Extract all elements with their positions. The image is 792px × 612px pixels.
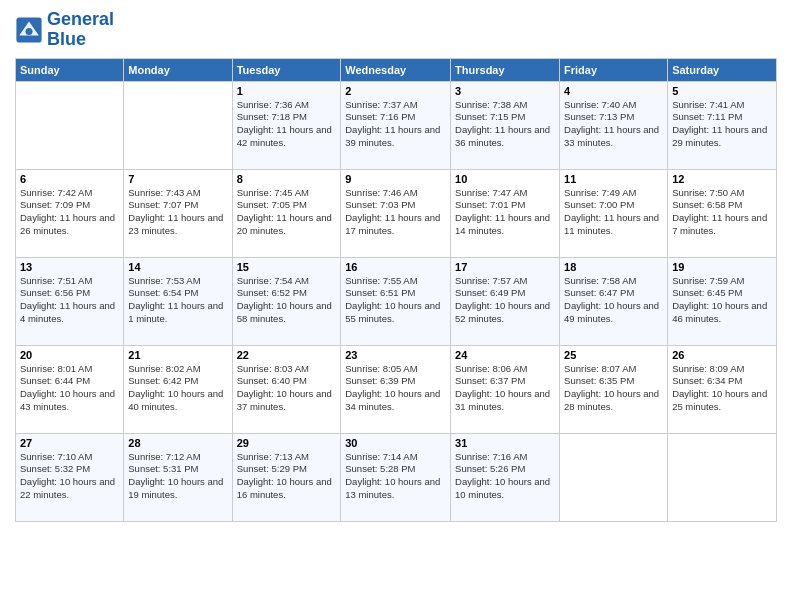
- day-info: Sunrise: 7:12 AM Sunset: 5:31 PM Dayligh…: [128, 451, 227, 502]
- day-info: Sunrise: 7:47 AM Sunset: 7:01 PM Dayligh…: [455, 187, 555, 238]
- calendar-cell: 29Sunrise: 7:13 AM Sunset: 5:29 PM Dayli…: [232, 433, 341, 521]
- day-info: Sunrise: 7:54 AM Sunset: 6:52 PM Dayligh…: [237, 275, 337, 326]
- logo-icon: [15, 16, 43, 44]
- day-info: Sunrise: 7:50 AM Sunset: 6:58 PM Dayligh…: [672, 187, 772, 238]
- day-info: Sunrise: 7:40 AM Sunset: 7:13 PM Dayligh…: [564, 99, 663, 150]
- day-number: 25: [564, 349, 663, 361]
- calendar-page: General Blue SundayMondayTuesdayWednesda…: [0, 0, 792, 612]
- day-info: Sunrise: 7:37 AM Sunset: 7:16 PM Dayligh…: [345, 99, 446, 150]
- day-number: 7: [128, 173, 227, 185]
- day-info: Sunrise: 7:14 AM Sunset: 5:28 PM Dayligh…: [345, 451, 446, 502]
- day-number: 2: [345, 85, 446, 97]
- calendar-cell: 19Sunrise: 7:59 AM Sunset: 6:45 PM Dayli…: [668, 257, 777, 345]
- logo: General Blue: [15, 10, 114, 50]
- calendar-cell: 28Sunrise: 7:12 AM Sunset: 5:31 PM Dayli…: [124, 433, 232, 521]
- day-number: 5: [672, 85, 772, 97]
- day-info: Sunrise: 7:10 AM Sunset: 5:32 PM Dayligh…: [20, 451, 119, 502]
- calendar-cell: 31Sunrise: 7:16 AM Sunset: 5:26 PM Dayli…: [451, 433, 560, 521]
- day-info: Sunrise: 8:07 AM Sunset: 6:35 PM Dayligh…: [564, 363, 663, 414]
- header-cell-friday: Friday: [560, 58, 668, 81]
- logo-text: General Blue: [47, 10, 114, 50]
- calendar-cell: 8Sunrise: 7:45 AM Sunset: 7:05 PM Daylig…: [232, 169, 341, 257]
- day-info: Sunrise: 8:02 AM Sunset: 6:42 PM Dayligh…: [128, 363, 227, 414]
- day-number: 24: [455, 349, 555, 361]
- day-number: 14: [128, 261, 227, 273]
- day-info: Sunrise: 7:38 AM Sunset: 7:15 PM Dayligh…: [455, 99, 555, 150]
- day-info: Sunrise: 7:51 AM Sunset: 6:56 PM Dayligh…: [20, 275, 119, 326]
- calendar-cell: 10Sunrise: 7:47 AM Sunset: 7:01 PM Dayli…: [451, 169, 560, 257]
- calendar-cell: 27Sunrise: 7:10 AM Sunset: 5:32 PM Dayli…: [16, 433, 124, 521]
- day-number: 23: [345, 349, 446, 361]
- day-info: Sunrise: 8:09 AM Sunset: 6:34 PM Dayligh…: [672, 363, 772, 414]
- day-info: Sunrise: 8:03 AM Sunset: 6:40 PM Dayligh…: [237, 363, 337, 414]
- day-number: 6: [20, 173, 119, 185]
- day-number: 22: [237, 349, 337, 361]
- svg-point-2: [26, 28, 33, 35]
- day-info: Sunrise: 7:45 AM Sunset: 7:05 PM Dayligh…: [237, 187, 337, 238]
- day-number: 19: [672, 261, 772, 273]
- day-number: 20: [20, 349, 119, 361]
- day-number: 28: [128, 437, 227, 449]
- calendar-week-4: 20Sunrise: 8:01 AM Sunset: 6:44 PM Dayli…: [16, 345, 777, 433]
- header-row: SundayMondayTuesdayWednesdayThursdayFrid…: [16, 58, 777, 81]
- calendar-cell: [668, 433, 777, 521]
- day-info: Sunrise: 7:41 AM Sunset: 7:11 PM Dayligh…: [672, 99, 772, 150]
- header-cell-monday: Monday: [124, 58, 232, 81]
- calendar-table: SundayMondayTuesdayWednesdayThursdayFrid…: [15, 58, 777, 522]
- calendar-cell: [560, 433, 668, 521]
- calendar-cell: 7Sunrise: 7:43 AM Sunset: 7:07 PM Daylig…: [124, 169, 232, 257]
- day-info: Sunrise: 7:13 AM Sunset: 5:29 PM Dayligh…: [237, 451, 337, 502]
- header-cell-tuesday: Tuesday: [232, 58, 341, 81]
- calendar-cell: 11Sunrise: 7:49 AM Sunset: 7:00 PM Dayli…: [560, 169, 668, 257]
- calendar-cell: 23Sunrise: 8:05 AM Sunset: 6:39 PM Dayli…: [341, 345, 451, 433]
- day-number: 3: [455, 85, 555, 97]
- day-info: Sunrise: 7:42 AM Sunset: 7:09 PM Dayligh…: [20, 187, 119, 238]
- day-info: Sunrise: 8:05 AM Sunset: 6:39 PM Dayligh…: [345, 363, 446, 414]
- calendar-cell: 6Sunrise: 7:42 AM Sunset: 7:09 PM Daylig…: [16, 169, 124, 257]
- calendar-cell: 2Sunrise: 7:37 AM Sunset: 7:16 PM Daylig…: [341, 81, 451, 169]
- day-info: Sunrise: 7:36 AM Sunset: 7:18 PM Dayligh…: [237, 99, 337, 150]
- calendar-cell: 12Sunrise: 7:50 AM Sunset: 6:58 PM Dayli…: [668, 169, 777, 257]
- logo-name: General Blue: [47, 10, 114, 50]
- header-cell-wednesday: Wednesday: [341, 58, 451, 81]
- calendar-week-3: 13Sunrise: 7:51 AM Sunset: 6:56 PM Dayli…: [16, 257, 777, 345]
- day-number: 9: [345, 173, 446, 185]
- calendar-cell: 15Sunrise: 7:54 AM Sunset: 6:52 PM Dayli…: [232, 257, 341, 345]
- header-cell-thursday: Thursday: [451, 58, 560, 81]
- day-number: 30: [345, 437, 446, 449]
- calendar-cell: 18Sunrise: 7:58 AM Sunset: 6:47 PM Dayli…: [560, 257, 668, 345]
- day-number: 13: [20, 261, 119, 273]
- calendar-cell: 17Sunrise: 7:57 AM Sunset: 6:49 PM Dayli…: [451, 257, 560, 345]
- day-number: 15: [237, 261, 337, 273]
- day-number: 8: [237, 173, 337, 185]
- day-info: Sunrise: 7:49 AM Sunset: 7:00 PM Dayligh…: [564, 187, 663, 238]
- calendar-cell: 30Sunrise: 7:14 AM Sunset: 5:28 PM Dayli…: [341, 433, 451, 521]
- day-number: 4: [564, 85, 663, 97]
- calendar-cell: 13Sunrise: 7:51 AM Sunset: 6:56 PM Dayli…: [16, 257, 124, 345]
- calendar-cell: [16, 81, 124, 169]
- day-info: Sunrise: 8:01 AM Sunset: 6:44 PM Dayligh…: [20, 363, 119, 414]
- day-info: Sunrise: 7:57 AM Sunset: 6:49 PM Dayligh…: [455, 275, 555, 326]
- day-number: 27: [20, 437, 119, 449]
- calendar-cell: 5Sunrise: 7:41 AM Sunset: 7:11 PM Daylig…: [668, 81, 777, 169]
- page-header: General Blue: [15, 10, 777, 50]
- header-cell-sunday: Sunday: [16, 58, 124, 81]
- calendar-cell: 25Sunrise: 8:07 AM Sunset: 6:35 PM Dayli…: [560, 345, 668, 433]
- day-info: Sunrise: 8:06 AM Sunset: 6:37 PM Dayligh…: [455, 363, 555, 414]
- calendar-cell: 26Sunrise: 8:09 AM Sunset: 6:34 PM Dayli…: [668, 345, 777, 433]
- calendar-week-5: 27Sunrise: 7:10 AM Sunset: 5:32 PM Dayli…: [16, 433, 777, 521]
- calendar-cell: 22Sunrise: 8:03 AM Sunset: 6:40 PM Dayli…: [232, 345, 341, 433]
- day-number: 1: [237, 85, 337, 97]
- day-number: 29: [237, 437, 337, 449]
- day-number: 18: [564, 261, 663, 273]
- calendar-cell: 4Sunrise: 7:40 AM Sunset: 7:13 PM Daylig…: [560, 81, 668, 169]
- day-info: Sunrise: 7:59 AM Sunset: 6:45 PM Dayligh…: [672, 275, 772, 326]
- calendar-cell: 16Sunrise: 7:55 AM Sunset: 6:51 PM Dayli…: [341, 257, 451, 345]
- day-number: 31: [455, 437, 555, 449]
- calendar-cell: 24Sunrise: 8:06 AM Sunset: 6:37 PM Dayli…: [451, 345, 560, 433]
- calendar-cell: 14Sunrise: 7:53 AM Sunset: 6:54 PM Dayli…: [124, 257, 232, 345]
- calendar-cell: 1Sunrise: 7:36 AM Sunset: 7:18 PM Daylig…: [232, 81, 341, 169]
- day-number: 16: [345, 261, 446, 273]
- day-info: Sunrise: 7:43 AM Sunset: 7:07 PM Dayligh…: [128, 187, 227, 238]
- day-info: Sunrise: 7:55 AM Sunset: 6:51 PM Dayligh…: [345, 275, 446, 326]
